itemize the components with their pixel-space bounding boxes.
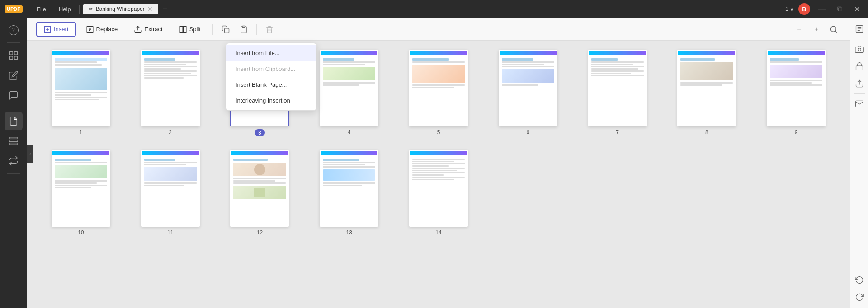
page-thumb-14[interactable] [409, 150, 468, 227]
page-item-1: 1 [41, 50, 121, 136]
page-thumb-8[interactable] [677, 50, 736, 126]
page-label-4: 4 [348, 129, 351, 135]
insert-from-file-item[interactable]: Insert from File... [226, 45, 316, 61]
pages-row1: 1 [41, 50, 836, 136]
page-item-6: 6 [488, 50, 568, 136]
page-thumb-12[interactable] [230, 150, 289, 227]
page-item-8: 8 [666, 50, 747, 136]
split-button[interactable]: Split [173, 23, 207, 36]
page-label-6: 6 [526, 129, 529, 135]
svg-rect-10 [225, 28, 229, 33]
right-divider3 [854, 114, 865, 114]
sidebar-icon-pages[interactable] [5, 112, 23, 130]
page-thumb-13[interactable] [320, 150, 378, 227]
page-item-2: 2 [130, 50, 211, 136]
tab-close-button[interactable]: ✕ [147, 5, 153, 13]
sidebar-icon-convert[interactable] [5, 152, 23, 170]
page-thumb-5[interactable] [409, 50, 468, 126]
page-thumb-2[interactable] [141, 50, 200, 126]
page-item-7: 7 [577, 50, 658, 136]
svg-point-15 [858, 48, 861, 51]
right-icon-email[interactable] [852, 97, 867, 111]
page-number: 1 ∨ [785, 6, 794, 12]
sidebar-divider1 [7, 42, 20, 43]
app-logo: UPDF [5, 5, 23, 13]
page-label-7: 7 [616, 129, 619, 135]
insert-button[interactable]: Insert [36, 22, 76, 37]
toolbar-right: − + [792, 22, 841, 37]
tab-banking-whitepaper[interactable]: ✏ Banking Whitepaper ✕ [83, 4, 158, 14]
page-label-14: 14 [435, 229, 441, 236]
sidebar-icon-edit[interactable] [5, 66, 23, 84]
tab-label: Banking Whitepaper [96, 6, 145, 12]
page-item-12: 12 [220, 150, 300, 236]
right-icon-camera[interactable] [852, 42, 867, 56]
page-label-12: 12 [257, 229, 263, 236]
page-label-2: 2 [169, 129, 172, 135]
sidebar-divider2 [7, 108, 20, 108]
page-item-5: 5 [398, 50, 479, 136]
left-sidebar: ? [0, 18, 27, 308]
page-label-10: 10 [78, 229, 84, 236]
insert-blank-page-item[interactable]: Insert Blank Page... [226, 77, 316, 93]
page-thumb-7[interactable] [588, 50, 647, 126]
page-thumb-11[interactable] [141, 150, 200, 227]
zoom-out-button[interactable]: − [792, 22, 807, 37]
user-avatar[interactable]: B [798, 3, 810, 15]
sidebar-expand-button[interactable]: ‹ [27, 145, 33, 163]
page-label-3: 3 [255, 129, 265, 136]
sidebar-icon-thumbnail[interactable] [5, 47, 23, 65]
page-label-11: 11 [167, 229, 173, 236]
zoom-in-button[interactable]: + [809, 22, 824, 37]
titlebar-controls: 1 ∨ B — ⧉ ✕ [785, 3, 863, 15]
new-tab-button[interactable]: + [160, 4, 170, 15]
page-item-13: 13 [309, 150, 389, 236]
page-label-5: 5 [437, 129, 440, 135]
page-thumb-9[interactable] [767, 50, 826, 126]
replace-button[interactable]: Replace [80, 23, 124, 36]
delete-page-button[interactable] [262, 22, 277, 37]
right-icon-share[interactable] [852, 76, 867, 91]
help-button[interactable]: ? [9, 25, 19, 35]
page-label-9: 9 [795, 129, 798, 135]
right-icon-redo[interactable] [852, 290, 867, 304]
sidebar-icon-organize[interactable] [5, 132, 23, 150]
search-button[interactable] [826, 22, 841, 37]
pages-row2: 10 11 [41, 150, 836, 236]
page-item-4: 4 [309, 50, 389, 136]
page-label-1: 1 [80, 129, 83, 135]
app-body: ? [0, 18, 868, 308]
copy-page-button[interactable] [218, 22, 233, 37]
menu-file[interactable]: File [32, 4, 51, 14]
svg-rect-2 [9, 56, 12, 59]
page-thumb-4[interactable] [320, 50, 378, 126]
menu-help[interactable]: Help [54, 4, 75, 14]
close-button[interactable]: ✕ [850, 4, 863, 14]
svg-line-13 [835, 31, 836, 32]
right-icon-undo[interactable] [852, 273, 867, 287]
toolbar-sep2 [256, 24, 257, 35]
titlebar-divider [28, 5, 28, 14]
svg-rect-4 [9, 137, 17, 139]
sidebar-icon-comment[interactable] [5, 86, 23, 104]
page-item-9: 9 [756, 50, 836, 136]
paste-page-button[interactable] [236, 22, 251, 37]
titlebar: UPDF File Help ✏ Banking Whitepaper ✕ + … [0, 0, 868, 18]
svg-rect-11 [242, 26, 245, 27]
svg-point-12 [830, 26, 836, 32]
svg-rect-1 [14, 52, 17, 55]
page-thumb-6[interactable] [499, 50, 557, 126]
page-thumb-10[interactable] [52, 150, 110, 227]
extract-button[interactable]: Extract [127, 23, 169, 36]
page-thumb-1[interactable] [52, 50, 110, 126]
insert-from-clipboard-item: Insert from Clipboard... [226, 61, 316, 77]
maximize-button[interactable]: ⧉ [834, 4, 846, 14]
right-divider1 [854, 39, 865, 39]
interleaving-insertion-item[interactable]: Interleaving Insertion [226, 93, 316, 108]
page-label-13: 13 [346, 229, 352, 236]
toolbar: Insert Replace Extract [27, 18, 850, 41]
right-icon-ocr[interactable] [852, 22, 867, 36]
page-label-8: 8 [705, 129, 708, 135]
minimize-button[interactable]: — [815, 4, 829, 14]
right-icon-security[interactable] [852, 59, 867, 74]
